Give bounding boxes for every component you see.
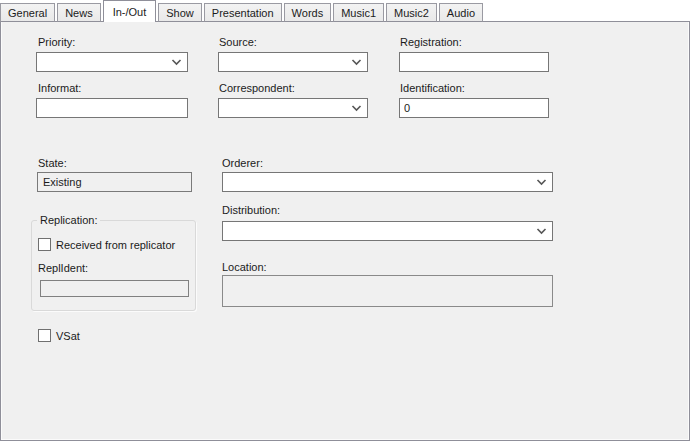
- orderer-label: Orderer:: [222, 157, 263, 170]
- tab-music1[interactable]: Music1: [333, 3, 384, 22]
- location-label: Location:: [222, 261, 267, 274]
- chevron-down-icon: [536, 179, 547, 186]
- orderer-combobox[interactable]: [222, 172, 553, 192]
- tab-show[interactable]: Show: [158, 3, 202, 22]
- correspondent-combobox[interactable]: [218, 98, 368, 118]
- vsat-checkbox[interactable]: [38, 329, 51, 342]
- vsat-label: VSat: [56, 330, 80, 343]
- state-readonly-field: Existing: [37, 172, 192, 192]
- replication-group-label: Replication:: [37, 214, 100, 227]
- distribution-label: Distribution:: [222, 204, 280, 217]
- chevron-down-icon: [351, 105, 362, 112]
- received-from-replicator-label: Received from replicator: [56, 239, 175, 252]
- identification-label: Identification:: [400, 82, 465, 95]
- tab-general[interactable]: General: [0, 3, 55, 22]
- received-from-replicator-checkbox[interactable]: [38, 238, 51, 251]
- tab-audio[interactable]: Audio: [439, 3, 483, 22]
- tab-presentation[interactable]: Presentation: [204, 3, 282, 22]
- informat-input[interactable]: [36, 98, 188, 118]
- priority-label: Priority:: [38, 36, 75, 49]
- chevron-down-icon: [351, 59, 362, 66]
- priority-combobox[interactable]: [36, 52, 188, 72]
- registration-input[interactable]: [399, 52, 549, 72]
- source-label: Source:: [219, 36, 257, 49]
- identification-input[interactable]: [399, 98, 549, 118]
- tab-words[interactable]: Words: [284, 3, 332, 22]
- inout-settings-dialog: General News In-/Out Show Presentation W…: [0, 0, 694, 445]
- chevron-down-icon: [536, 228, 547, 235]
- state-label: State:: [38, 157, 67, 170]
- chevron-down-icon: [171, 59, 182, 66]
- correspondent-label: Correspondent:: [219, 82, 295, 95]
- replident-label: ReplIdent:: [38, 262, 88, 275]
- registration-label: Registration:: [400, 36, 462, 49]
- source-combobox[interactable]: [218, 52, 368, 72]
- tab-music2[interactable]: Music2: [386, 3, 437, 22]
- distribution-combobox[interactable]: [222, 221, 553, 241]
- tab-news[interactable]: News: [57, 3, 101, 22]
- replident-disabled-field: [40, 280, 189, 297]
- informat-label: Informat:: [38, 82, 81, 95]
- tab-bar: General News In-/Out Show Presentation W…: [0, 0, 485, 22]
- location-disabled-field: [222, 275, 553, 307]
- tab-in-out[interactable]: In-/Out: [103, 0, 157, 22]
